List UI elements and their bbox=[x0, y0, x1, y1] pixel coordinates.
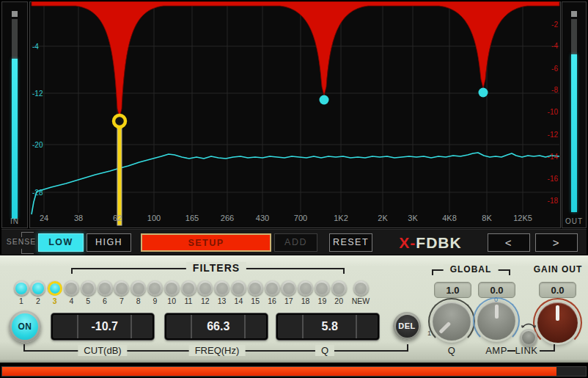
freq-value-display[interactable]: 66.3 bbox=[165, 313, 268, 340]
amp-knob-rotor bbox=[477, 302, 515, 340]
cut-value[interactable]: -10.7 bbox=[78, 315, 131, 338]
input-meter-label: IN bbox=[2, 217, 27, 225]
filter-button-new[interactable] bbox=[353, 280, 369, 296]
q-increment-zone[interactable] bbox=[356, 315, 378, 338]
global-amp-knob[interactable] bbox=[477, 302, 515, 340]
filter-button-18[interactable] bbox=[298, 280, 313, 296]
filter-number-14: 14 bbox=[235, 297, 243, 305]
cut-value-display[interactable]: -10.7 bbox=[51, 313, 154, 340]
q-knob-min-label: 1 bbox=[427, 330, 431, 337]
svg-text:24: 24 bbox=[40, 214, 48, 222]
filter-number-3: 3 bbox=[53, 297, 57, 305]
svg-text:-6: -6 bbox=[551, 65, 558, 73]
filter-button-face bbox=[15, 283, 27, 294]
filter-button-2[interactable] bbox=[30, 280, 45, 296]
filter-number-11: 11 bbox=[185, 297, 193, 305]
svg-text:-28: -28 bbox=[32, 189, 43, 197]
cut-decrement-zone[interactable] bbox=[53, 315, 78, 338]
setup-progress-bar bbox=[1, 366, 587, 377]
control-panel: FILTERS 1234567891011121314151617181920N… bbox=[0, 255, 588, 363]
freq-value[interactable]: 66.3 bbox=[192, 315, 244, 338]
next-button[interactable]: > bbox=[535, 233, 578, 252]
filter-button-12[interactable] bbox=[197, 280, 213, 296]
svg-text:-8: -8 bbox=[551, 86, 558, 94]
sense-high-button[interactable]: HIGH bbox=[87, 233, 131, 252]
filter-button-6[interactable] bbox=[98, 280, 113, 296]
filter-button-9[interactable] bbox=[147, 280, 163, 296]
filter-number-7: 7 bbox=[120, 297, 124, 305]
svg-text:-20: -20 bbox=[32, 141, 43, 149]
previous-button[interactable]: < bbox=[488, 233, 530, 252]
spectrum-display[interactable]: -4-12-20-28-2-4-6-8-10-12-14-16-18243862… bbox=[29, 1, 561, 228]
filter-button-17[interactable] bbox=[281, 280, 296, 296]
global-q-value[interactable]: 1.0 bbox=[434, 282, 471, 298]
freq-increment-zone[interactable] bbox=[244, 315, 266, 338]
filter-button-13[interactable] bbox=[214, 280, 229, 296]
spectrum-graph[interactable]: -4-12-20-28-2-4-6-8-10-12-14-16-18243862… bbox=[29, 1, 561, 228]
filter-button-face bbox=[183, 283, 194, 294]
filter-button-face bbox=[266, 283, 278, 294]
output-meter-label: OUT bbox=[562, 217, 586, 225]
filter-button-face bbox=[99, 283, 111, 294]
filter-button-face bbox=[133, 283, 144, 294]
xfdbk-plugin-window: IN -4-12-20-28-2-4-6-8-10-12-14-16-18243… bbox=[0, 0, 588, 378]
reset-button[interactable]: RESET bbox=[329, 233, 372, 252]
filter-button-face bbox=[249, 283, 261, 294]
svg-text:2K: 2K bbox=[378, 214, 388, 222]
gain-out-knob[interactable] bbox=[537, 302, 578, 343]
global-q-knob[interactable] bbox=[433, 302, 471, 341]
filter-button-3[interactable] bbox=[47, 280, 62, 296]
sense-low-button[interactable]: LOW bbox=[38, 233, 84, 252]
gain-out-value[interactable]: 0.0 bbox=[539, 282, 576, 298]
svg-text:-4: -4 bbox=[32, 43, 39, 51]
filter-button-11[interactable] bbox=[181, 280, 196, 296]
filter-number-8: 8 bbox=[136, 297, 141, 305]
input-meter: IN bbox=[1, 1, 28, 228]
link-button[interactable] bbox=[520, 329, 537, 346]
logo-fdbk: FDBK bbox=[416, 234, 461, 251]
sense-bracket-top bbox=[21, 232, 34, 237]
filter-on-button[interactable]: ON bbox=[9, 310, 41, 343]
filter-number-9: 9 bbox=[152, 297, 157, 305]
q-value-display[interactable]: 5.8 bbox=[276, 313, 379, 340]
add-button[interactable]: ADD bbox=[274, 233, 317, 252]
freq-decrement-zone[interactable] bbox=[166, 315, 192, 338]
svg-text:100: 100 bbox=[147, 214, 161, 222]
q-knob-rotor bbox=[425, 294, 479, 349]
filter-number-16: 16 bbox=[268, 297, 276, 305]
amp-knob-pointer bbox=[495, 305, 499, 319]
svg-text:1K2: 1K2 bbox=[334, 214, 348, 222]
filter-button-19[interactable] bbox=[315, 280, 330, 296]
svg-text:-12: -12 bbox=[32, 90, 43, 98]
filter-button-14[interactable] bbox=[231, 280, 246, 296]
delete-filter-button[interactable]: DEL bbox=[393, 312, 421, 340]
filter-button-7[interactable] bbox=[114, 280, 129, 296]
filter-button-face bbox=[316, 283, 328, 294]
filter-button-face bbox=[65, 283, 77, 294]
filter-button-4[interactable] bbox=[64, 280, 79, 296]
filter-button-20[interactable] bbox=[331, 280, 347, 296]
filter-button-8[interactable] bbox=[131, 280, 146, 296]
input-meter-track bbox=[12, 2, 18, 228]
filter-button-face bbox=[116, 283, 128, 294]
filter-button-10[interactable] bbox=[164, 280, 180, 296]
link-arrows-icon bbox=[521, 321, 537, 328]
filter-number-13: 13 bbox=[218, 297, 227, 305]
filter-button-5[interactable] bbox=[81, 280, 96, 296]
toolbar: SENSE LOW HIGH SETUP ADD RESET X-FDBK < … bbox=[1, 229, 587, 255]
filter-button-1[interactable] bbox=[14, 280, 29, 296]
gain-knob-pointer bbox=[556, 305, 559, 321]
setup-button[interactable]: SETUP bbox=[141, 233, 271, 252]
filter-number-10: 10 bbox=[167, 297, 176, 305]
filter-button-16[interactable] bbox=[265, 280, 280, 296]
q-value[interactable]: 5.8 bbox=[304, 315, 356, 338]
input-meter-headroom bbox=[12, 19, 18, 59]
cut-increment-zone[interactable] bbox=[131, 315, 152, 338]
filter-number-17: 17 bbox=[284, 297, 293, 305]
filter-button-15[interactable] bbox=[248, 280, 263, 296]
input-meter-peak bbox=[12, 11, 18, 17]
link-button-face bbox=[522, 331, 535, 344]
q-decrement-zone[interactable] bbox=[278, 315, 304, 338]
output-meter: OUT bbox=[562, 1, 587, 228]
svg-text:4K8: 4K8 bbox=[442, 214, 457, 222]
